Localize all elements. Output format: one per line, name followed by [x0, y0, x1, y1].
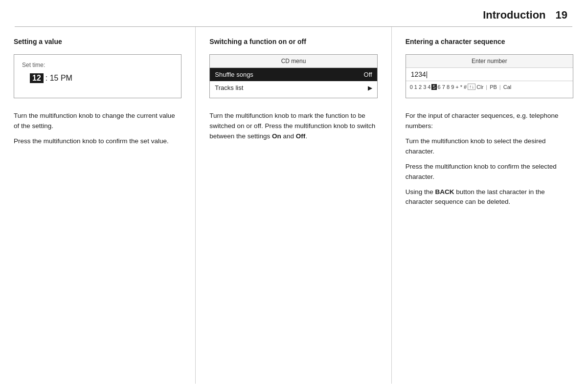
kb-before: 0 1 2 3 4 [410, 84, 431, 90]
time-highlight: 12 [30, 73, 44, 83]
cd-menu-mockup: CD menu Shuffle songs Off Tracks list ▶ [209, 54, 377, 98]
col2-heading: Switching a function on or off [209, 38, 377, 45]
cd-menu-title: CD menu [210, 55, 377, 68]
col1-description: Turn the multifunction knob to change th… [14, 111, 181, 147]
column-character-sequence: Entering a character sequence Enter numb… [392, 27, 587, 384]
set-time-value: 12 : 15 PM [22, 73, 173, 83]
col1-para-1: Turn the multifunction knob to change th… [14, 111, 181, 131]
input-value: 1234 [411, 70, 426, 78]
bold-off: Off [296, 132, 306, 140]
col1-para-2: Press the multifunction knob to confirm … [14, 136, 181, 147]
page-title: Introduction [483, 9, 545, 22]
col3-para-2: Turn the multifunction knob to select th… [406, 136, 573, 157]
col3-description: For the input of character sequences, e.… [406, 111, 573, 207]
set-time-mockup: Set time: 12 : 15 PM [14, 54, 181, 98]
enter-number-title: Enter number [406, 55, 573, 68]
kb-clr: Clr [476, 84, 483, 90]
set-time-label: Set time: [22, 62, 173, 68]
cd-row1-value: Off [364, 71, 372, 78]
kb-cal: Cal [503, 84, 512, 90]
column-setting-value: Setting a value Set time: 12 : 15 PM Tur… [0, 27, 196, 384]
kb-arrows: ↑↓ [468, 84, 475, 90]
cursor-bar [427, 71, 427, 78]
kb-after: 6 7 8 9 + * # [438, 84, 467, 90]
col2-description: Turn the multifunction knob to mark the … [209, 111, 377, 142]
col3-para-4: Using the BACK button the last character… [406, 187, 573, 208]
col2-para-1: Turn the multifunction knob to mark the … [209, 111, 377, 142]
page-number: 19 [556, 9, 567, 22]
kb-highlight: 5 [431, 84, 436, 90]
bold-back: BACK [435, 188, 454, 196]
bold-on: On [272, 132, 281, 140]
cd-menu-row-2: Tracks list ▶ [210, 81, 377, 94]
col3-heading: Entering a character sequence [406, 38, 573, 45]
column-switching-function: Switching a function on or off CD menu S… [196, 27, 391, 384]
enter-number-input: 1234 [406, 68, 573, 81]
cd-menu-row-1: Shuffle songs Off [210, 68, 377, 81]
time-rest: : 15 PM [45, 74, 72, 83]
kb-sep2: | [499, 84, 501, 90]
cd-row2-label: Tracks list [215, 84, 243, 91]
cd-row1-label: Shuffle songs [215, 71, 253, 78]
content-area: Setting a value Set time: 12 : 15 PM Tur… [0, 27, 587, 384]
enter-number-mockup: Enter number 1234 0 1 2 3 45 6 7 8 9 + *… [406, 54, 573, 98]
col3-para-3: Press the multifunction knob to confirm … [406, 162, 573, 182]
kb-sep1: | [486, 84, 487, 90]
kb-pb: PB [490, 84, 497, 90]
page-header: Introduction 19 [0, 0, 587, 26]
cd-row2-arrow: ▶ [368, 85, 372, 91]
col3-para-1: For the input of character sequences, e.… [406, 111, 573, 131]
enter-number-keyboard: 0 1 2 3 45 6 7 8 9 + * # ↑↓Clr|PB|Cal [406, 81, 573, 92]
col1-heading: Setting a value [14, 38, 181, 45]
